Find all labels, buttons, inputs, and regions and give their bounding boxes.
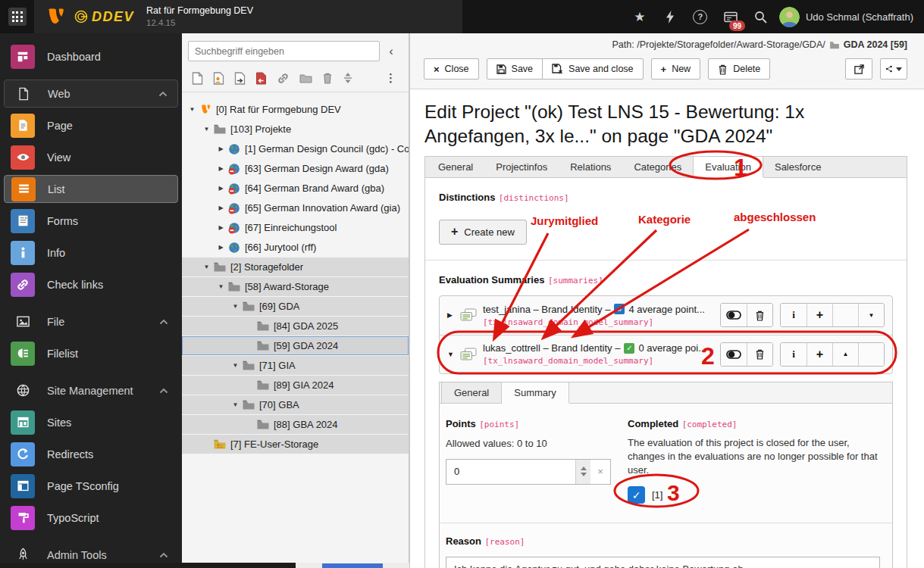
open-in-new-window-button[interactable] [845,58,872,80]
enable-toggle-button[interactable] [721,343,747,366]
collapse-tree-icon[interactable]: ‹ [380,45,402,58]
completed-checkbox[interactable]: ✓ [628,486,645,504]
save-and-close-button[interactable]: Save and close [542,58,643,80]
user-avatar[interactable] [779,7,800,27]
summary-row-lukas-cottrell[interactable]: ▼lukas_cottrell – Brand Identity – ✓ 0 a… [440,335,892,373]
new-record-button[interactable]: + [807,343,832,366]
tab-general[interactable]: General [427,157,484,177]
sidebar-item-view[interactable]: View [4,143,178,171]
tree-node-7-fe-user-storage[interactable]: [7] FE-User-Storage [182,435,409,454]
enable-toggle-button[interactable] [721,304,747,326]
sidebar-item-check-links[interactable]: Check links [4,270,178,298]
chevron-right-icon[interactable]: ▶ [215,165,227,172]
info-button[interactable]: i [781,304,807,326]
new-record-button[interactable]: + [807,304,832,326]
help-icon[interactable]: ? [685,0,716,33]
save-button[interactable]: Save [487,58,543,80]
move-down-button[interactable]: ▼ [858,304,884,326]
new-shortcut-page-icon[interactable] [234,72,246,85]
tree-actions-menu-icon[interactable]: ⋮ [385,71,402,85]
tab-relations[interactable]: Relations [559,157,622,177]
sidebar-item-forms[interactable]: Forms [4,207,178,235]
delete-record-button[interactable] [747,304,772,326]
chevron-right-icon[interactable]: ▶ [215,145,227,152]
share-button[interactable] [880,58,907,80]
chevron-down-icon[interactable]: ▼ [230,303,241,310]
tree-node-63-german-design-award-gda[interactable]: ▶[63] German Design Award (gda) [182,159,409,178]
sidebar-group-web[interactable]: Web [4,80,178,108]
chevron-right-icon[interactable]: ▶ [215,185,227,192]
tree-node-59-gda-2024[interactable]: [59] GDA 2024 [182,336,409,355]
tree-node-64-german-brand-award-gba[interactable]: ▶[64] German Brand Award (gba) [182,179,409,198]
tree-node-89-gia-2024[interactable]: [89] GIA 2024 [182,376,409,395]
create-new-button[interactable]: +Create new [439,220,527,245]
reason-textarea[interactable]: Ich kenne die Agentur zu gut, und gebe d… [446,557,880,568]
clear-cache-bolt-icon[interactable] [655,0,685,33]
chevron-right-icon[interactable]: ▶ [215,244,227,251]
tree-node-0-rat-f-r-formgebung-dev[interactable]: ▼[0] Rat für Formgebung DEV [182,100,409,119]
tree-search-input[interactable] [188,41,380,61]
user-name[interactable]: Udo Schmal (Schaffrath) [806,11,913,23]
expand-icon[interactable]: ▶ [447,311,459,319]
collapse-icon[interactable]: ▼ [447,351,459,358]
info-button[interactable]: i [781,343,807,366]
sidebar-item-page[interactable]: Page [4,111,178,139]
recycler-trash-icon[interactable] [322,72,333,84]
chevron-down-icon[interactable]: ▼ [215,283,227,290]
sidebar-item-page-tsconfig[interactable]: Page TSconfig [4,472,178,500]
new-folder-icon[interactable] [299,73,312,83]
subtab-summary[interactable]: Summary [502,382,569,403]
sidebar-item-dashboard[interactable]: Dashboard [4,42,178,70]
search-icon[interactable] [746,0,776,33]
clear-value-icon[interactable]: × [590,466,610,477]
sidebar-item-typoscript[interactable]: TypoScript [4,504,178,532]
sidebar-group-site-management[interactable]: Site Management [4,376,178,404]
sidebar-group-file[interactable]: File [4,307,178,335]
new-button[interactable]: +New [651,58,701,80]
points-input[interactable] [446,466,575,477]
chevron-down-icon[interactable]: ▼ [186,106,198,113]
tree-node-66-jurytool-rff[interactable]: ▶[66] Jurytool (rff) [182,238,409,257]
sidebar-item-filelist[interactable]: Filelist [4,339,178,367]
tab-evaluation[interactable]: Evaluation [693,157,763,177]
tree-node-58-award-storage[interactable]: ▼[58] Award-Storage [182,277,409,296]
chevron-down-icon[interactable]: ▼ [230,401,241,408]
tree-node-70-gba[interactable]: ▼[70] GBA [182,395,409,414]
tree-node-67-einreichungstool[interactable]: ▶[67] Einreichungstool [182,218,409,237]
expand-collapse-all-icon[interactable] [343,72,353,84]
tree-node-2-storagefolder[interactable]: ▼[2] Storagefolder [182,257,409,276]
sidebar-item-redirects[interactable]: Redirects [4,440,178,468]
tree-node-71-gia[interactable]: ▼[71] GIA [182,356,409,375]
delete-record-button[interactable] [747,343,772,366]
delete-button[interactable]: Delete [708,58,770,80]
sidebar-item-sites[interactable]: Sites [4,408,178,436]
horizontal-scrollbar-thumb[interactable] [0,563,296,568]
new-page-icon[interactable] [192,72,203,85]
notifications-icon[interactable]: 99 [716,0,746,33]
chevron-right-icon[interactable]: ▶ [215,204,227,211]
new-link-page-icon[interactable] [255,72,267,85]
new-page-user-icon[interactable] [213,72,224,85]
value-stepper[interactable] [575,460,590,484]
chevron-down-icon[interactable]: ▼ [230,362,241,369]
move-up-button[interactable]: ▲ [832,343,858,366]
close-button[interactable]: ×Close [424,58,479,80]
sidebar-item-list[interactable]: List [4,175,178,203]
tree-node-88-gba-2024[interactable]: [88] GBA 2024 [182,415,409,434]
brand-block[interactable]: DDEV Rat für Formgebung DEV 12.4.15 [34,0,462,33]
tab-projectinfos[interactable]: Projectinfos [484,157,559,177]
chevron-down-icon[interactable]: ▼ [201,126,212,133]
sidebar-item-info[interactable]: Info [4,239,178,267]
chevron-right-icon[interactable]: ▶ [215,224,227,231]
tab-categories[interactable]: Categories [622,157,693,177]
apps-grid-icon[interactable] [0,0,34,33]
summary-row-test-janina[interactable]: ▶test_janina – Brand Identity – » 4 aver… [440,296,892,335]
tree-scrollbar-thumb[interactable] [322,563,383,568]
tree-node-69-gda[interactable]: ▼[69] GDA [182,297,409,316]
bookmark-star-icon[interactable]: ★ [625,0,655,33]
tree-node-103-projekte[interactable]: ▼[103] Projekte [182,120,409,139]
tree-node-1-german-design-council-gdc-corpor[interactable]: ▶[1] German Design Council (gdc) - Corpo… [182,139,409,158]
tree-node-65-german-innovation-award-gia[interactable]: ▶[65] German Innovation Award (gia) [182,198,409,217]
subtab-general[interactable]: General [441,382,502,403]
tree-node-84-gda-2025[interactable]: [84] GDA 2025 [182,317,409,335]
